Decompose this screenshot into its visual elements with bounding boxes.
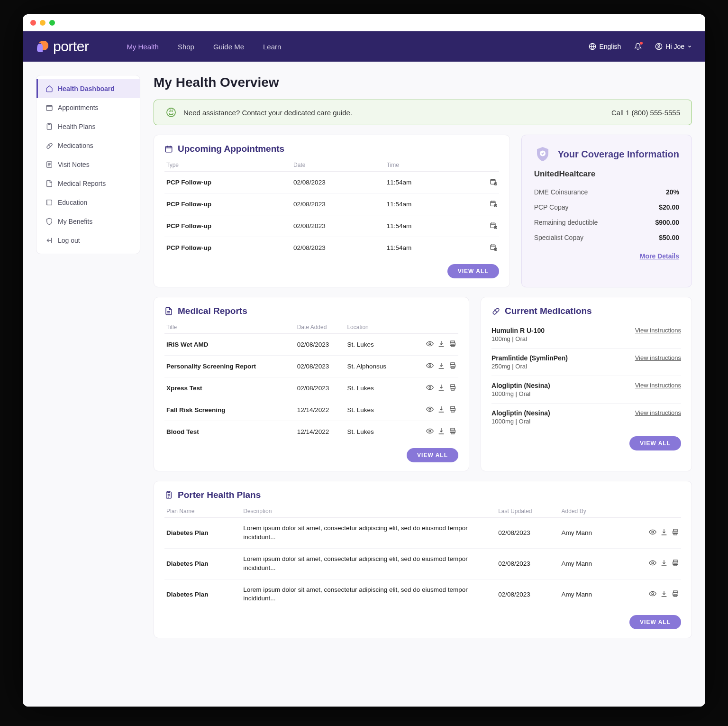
coverage-label: Specialist Copay (534, 234, 583, 241)
report-title: Blood Test (164, 421, 295, 443)
svg-point-36 (429, 430, 431, 432)
sidebar-item-education[interactable]: Education (36, 193, 140, 212)
appointment-type: PCP Follow-up (164, 215, 291, 237)
print-icon[interactable] (672, 559, 679, 567)
brand-text: porter (53, 38, 89, 55)
sidebar-item-label: Visit Notes (58, 161, 90, 168)
plan-description: Lorem ipsum dolor sit amet, consectetur … (241, 579, 496, 609)
report-title: Xpress Test (164, 377, 295, 399)
download-icon[interactable] (437, 405, 445, 413)
nav-link-shop[interactable]: Shop (178, 43, 194, 51)
window-minimize-button[interactable] (40, 20, 46, 26)
notification-indicator (640, 42, 643, 45)
print-icon[interactable] (672, 590, 679, 597)
user-icon (655, 43, 663, 50)
table-row: Blood Test12/14/2022St. Lukes (164, 421, 458, 443)
coverage-card: Your Coverage Information UnitedHealtcar… (521, 135, 692, 287)
medication-item: Humulin R U-100100mg | OralView instruct… (491, 321, 681, 349)
download-icon[interactable] (437, 427, 445, 435)
medication-detail: 1000mg | Oral (491, 418, 550, 425)
print-icon[interactable] (672, 528, 679, 536)
top-navigation: porter My HealthShopGuide MeLearn Englis… (23, 31, 705, 62)
appointment-date: 02/08/2023 (291, 172, 385, 193)
view-icon[interactable] (649, 559, 656, 567)
add-to-calendar-icon[interactable] (490, 243, 497, 251)
download-icon[interactable] (660, 559, 668, 567)
view-icon[interactable] (426, 362, 434, 369)
language-selector[interactable]: English (589, 43, 621, 50)
print-icon[interactable] (449, 362, 456, 369)
table-row: PCP Follow-up02/08/202311:54am (164, 215, 499, 237)
view-icon[interactable] (426, 384, 434, 391)
assistance-banner: 24 Need assistance? Contact your dedicat… (154, 100, 692, 125)
view-icon[interactable] (649, 590, 656, 597)
report-icon (46, 180, 53, 187)
add-to-calendar-icon[interactable] (490, 200, 497, 207)
sidebar-item-label: Health Plans (58, 123, 95, 130)
coverage-more-link[interactable]: More Details (640, 252, 679, 260)
brand-logo[interactable]: porter (36, 38, 89, 55)
print-icon[interactable] (449, 405, 456, 413)
appointment-time: 11:54am (385, 237, 460, 259)
download-icon[interactable] (437, 362, 445, 369)
pill-icon (491, 307, 500, 315)
window-zoom-button[interactable] (49, 20, 55, 26)
nav-link-my-health[interactable]: My Health (127, 43, 159, 51)
calendar-icon (164, 145, 173, 153)
reports-view-all-button[interactable]: VIEW ALL (407, 448, 458, 462)
medication-name: Alogliptin (Nesina) (491, 382, 550, 389)
plan-added-by: Amy Mann (560, 579, 618, 609)
svg-point-32 (429, 408, 431, 410)
add-to-calendar-icon[interactable] (490, 221, 497, 229)
sidebar-item-log-out[interactable]: Log out (36, 231, 140, 250)
view-icon[interactable] (426, 427, 434, 435)
coverage-row: Remaining deductible$900.00 (534, 215, 679, 230)
plans-view-all-button[interactable]: VIEW ALL (629, 615, 681, 629)
coverage-label: DME Coinsurance (534, 188, 588, 196)
download-icon[interactable] (660, 528, 668, 536)
sidebar-item-my-benefits[interactable]: My Benefits (36, 212, 140, 231)
print-icon[interactable] (449, 340, 456, 348)
notifications-button[interactable] (634, 43, 642, 50)
reports-title: Medical Reports (178, 306, 247, 316)
sidebar-item-medical-reports[interactable]: Medical Reports (36, 174, 140, 193)
medication-instructions-link[interactable]: View instructions (635, 409, 681, 416)
appointments-view-all-button[interactable]: VIEW ALL (447, 264, 499, 278)
svg-point-51 (652, 593, 654, 595)
download-icon[interactable] (660, 590, 668, 597)
medication-instructions-link[interactable]: View instructions (635, 382, 681, 389)
plan-name: Diabetes Plan (164, 579, 241, 609)
add-to-calendar-icon[interactable] (490, 178, 497, 185)
plan-added-by: Amy Mann (560, 548, 618, 579)
window-close-button[interactable] (30, 20, 36, 26)
sidebar-item-appointments[interactable]: Appointments (36, 98, 140, 117)
column-header: Location (345, 321, 405, 334)
nav-link-guide-me[interactable]: Guide Me (213, 43, 244, 51)
sidebar-item-medications[interactable]: Medications (36, 136, 140, 155)
print-icon[interactable] (449, 427, 456, 435)
medication-instructions-link[interactable]: View instructions (635, 327, 681, 334)
sidebar-item-visit-notes[interactable]: Visit Notes (36, 155, 140, 174)
home-icon (46, 85, 53, 92)
medication-name: Alogliptin (Nesina) (491, 409, 550, 417)
column-header: Date (291, 159, 385, 172)
view-icon[interactable] (426, 340, 434, 348)
note-icon (46, 161, 53, 168)
report-location: St. Lukes (345, 399, 405, 421)
user-menu[interactable]: Hi Joe (655, 43, 692, 50)
download-icon[interactable] (437, 340, 445, 348)
coverage-value: $900.00 (655, 219, 679, 226)
medications-view-all-button[interactable]: VIEW ALL (629, 436, 681, 450)
plans-card: Porter Health Plans Plan NameDescription… (154, 481, 692, 638)
language-label: English (599, 43, 621, 50)
print-icon[interactable] (449, 384, 456, 391)
download-icon[interactable] (437, 384, 445, 391)
appointment-type: PCP Follow-up (164, 193, 291, 215)
medication-instructions-link[interactable]: View instructions (635, 354, 681, 361)
view-icon[interactable] (649, 528, 656, 536)
view-icon[interactable] (426, 405, 434, 413)
sidebar-item-label: Medications (58, 142, 93, 149)
nav-link-learn[interactable]: Learn (263, 43, 281, 51)
sidebar-item-health-plans[interactable]: Health Plans (36, 117, 140, 136)
sidebar-item-health-dashboard[interactable]: Health Dashboard (36, 79, 140, 98)
